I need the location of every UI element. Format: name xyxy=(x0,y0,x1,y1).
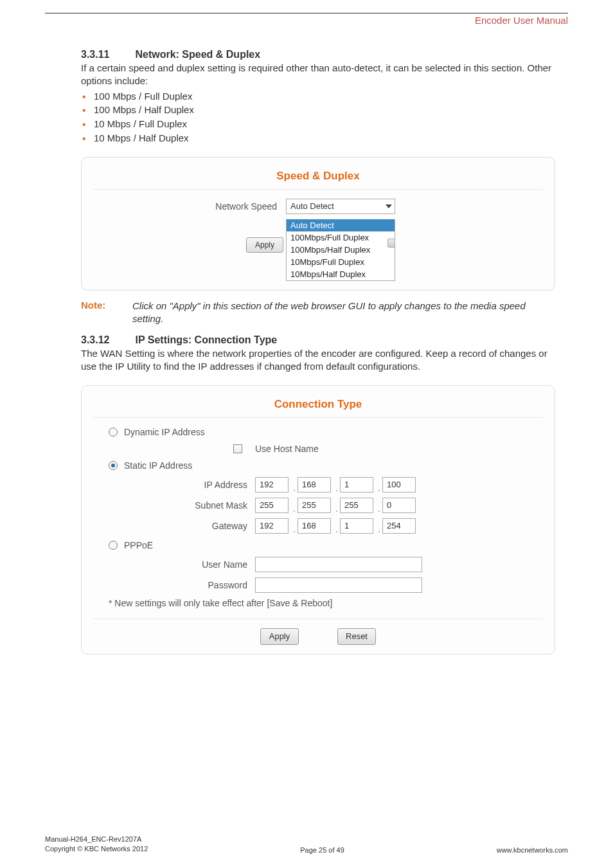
dropdown-option[interactable]: Auto Detect xyxy=(287,219,395,231)
section-heading-ip: 3.3.12 IP Settings: Connection Type xyxy=(81,334,555,346)
header-rule xyxy=(45,13,568,14)
password-label: Password xyxy=(109,580,255,590)
dot-separator: . xyxy=(291,483,298,493)
dot-separator: . xyxy=(376,503,382,514)
chevron-down-icon xyxy=(386,204,392,208)
page-footer: Manual-H264_ENC-Rev1207A Copyright © KBC… xyxy=(45,835,568,854)
dot-separator: . xyxy=(376,524,382,534)
list-item: 100 Mbps / Full Duplex xyxy=(81,89,555,104)
section-heading-speed: 3.3.11 Network: Speed & Duplex xyxy=(81,49,555,60)
list-item: 100 Mbps / Half Duplex xyxy=(81,103,555,117)
speed-duplex-panel: Speed & Duplex Network Speed Auto Detect… xyxy=(81,157,555,291)
gateway-octet-2[interactable] xyxy=(298,518,331,534)
subnet-octet-3[interactable] xyxy=(340,498,373,513)
dropdown-option[interactable]: 10Mbps/Full Duplex xyxy=(287,256,395,268)
static-ip-label: Static IP Address xyxy=(124,460,192,471)
network-speed-dropdown[interactable]: Auto Detect 100Mbps/Full Duplex 100Mbps/… xyxy=(286,219,395,281)
ip-octet-3[interactable] xyxy=(340,477,373,493)
pppoe-radio-row[interactable]: PPPoE xyxy=(109,540,543,550)
section-intro: The WAN Setting is where the network pro… xyxy=(81,347,555,374)
dropdown-option[interactable]: 10Mbps/Half Duplex xyxy=(287,268,395,280)
gateway-octet-3[interactable] xyxy=(340,518,373,534)
subnet-octet-1[interactable] xyxy=(255,498,289,513)
ip-octet-1[interactable] xyxy=(255,477,289,493)
gateway-octet-4[interactable] xyxy=(382,518,416,534)
ip-address-label: IP Address xyxy=(109,480,255,490)
ip-octet-4[interactable] xyxy=(382,477,416,493)
apply-button[interactable]: Apply xyxy=(246,237,283,253)
pppoe-label: PPPoE xyxy=(124,540,153,550)
section-intro: If a certain speed and duplex setting is… xyxy=(81,62,555,88)
dot-separator: . xyxy=(333,524,340,534)
apply-button[interactable]: Apply xyxy=(260,628,299,645)
network-speed-label: Network Speed xyxy=(93,201,286,212)
section-number: 3.3.11 xyxy=(81,49,132,60)
dropdown-option[interactable]: 100Mbps/Half Duplex xyxy=(287,244,395,256)
footer-copyright: Copyright © KBC Networks 2012 xyxy=(45,844,148,854)
footer-page-number: Page 25 of 49 xyxy=(300,846,344,854)
reset-button[interactable]: Reset xyxy=(337,628,376,645)
doc-title: Encoder User Manual xyxy=(45,15,568,26)
panel-title: Connection Type xyxy=(93,395,543,418)
note-block: Note: Click on "Apply" in this section o… xyxy=(81,300,555,326)
dot-separator: . xyxy=(291,524,298,534)
subnet-octet-2[interactable] xyxy=(298,498,331,513)
radio-icon xyxy=(109,461,118,470)
select-value: Auto Detect xyxy=(290,201,334,211)
connection-type-panel: Connection Type Dynamic IP Address Use H… xyxy=(81,385,555,655)
subnet-octet-4[interactable] xyxy=(382,498,416,513)
section-number: 3.3.12 xyxy=(81,334,132,346)
note-text: Click on "Apply" in this section of the … xyxy=(132,300,555,326)
radio-icon xyxy=(109,428,118,437)
section-title: Network: Speed & Duplex xyxy=(135,49,260,60)
dot-separator: . xyxy=(333,503,340,514)
subnet-label: Subnet Mask xyxy=(109,500,255,511)
static-ip-radio-row[interactable]: Static IP Address xyxy=(109,460,543,471)
gateway-octet-1[interactable] xyxy=(255,518,289,534)
username-label: User Name xyxy=(109,559,255,570)
footer-manual-id: Manual-H264_ENC-Rev1207A xyxy=(45,835,148,844)
dropdown-option[interactable]: 100Mbps/Full Duplex xyxy=(287,231,395,244)
dot-separator: . xyxy=(291,503,298,514)
list-item: 10 Mbps / Half Duplex xyxy=(81,131,555,145)
username-input[interactable] xyxy=(255,557,422,572)
dynamic-ip-radio-row[interactable]: Dynamic IP Address xyxy=(109,427,543,437)
speed-options-list: 100 Mbps / Full Duplex 100 Mbps / Half D… xyxy=(81,89,555,145)
use-hostname-checkbox[interactable] xyxy=(233,444,242,453)
dot-separator: . xyxy=(333,483,340,493)
radio-icon xyxy=(109,541,118,550)
dot-separator: . xyxy=(376,483,382,493)
note-label: Note: xyxy=(81,300,114,326)
footer-url: www.kbcnetworks.com xyxy=(497,846,568,854)
section-title: IP Settings: Connection Type xyxy=(135,334,277,345)
network-speed-select[interactable]: Auto Detect xyxy=(286,199,395,214)
list-item: 10 Mbps / Full Duplex xyxy=(81,117,555,131)
dynamic-ip-label: Dynamic IP Address xyxy=(124,427,205,437)
ip-octet-2[interactable] xyxy=(298,477,331,493)
panel-title: Speed & Duplex xyxy=(93,167,543,190)
gateway-label: Gateway xyxy=(109,521,255,531)
save-reboot-hint: * New settings will only take effect aft… xyxy=(109,598,543,608)
scrollbar-thumb[interactable] xyxy=(387,239,395,248)
password-input[interactable] xyxy=(255,577,422,593)
use-hostname-label: Use Host Name xyxy=(255,444,319,454)
